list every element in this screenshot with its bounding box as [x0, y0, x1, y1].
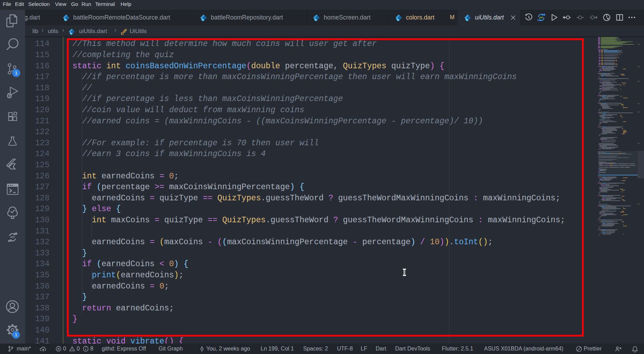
- svg-text:diff: diff: [539, 16, 543, 19]
- svg-text:diff: diff: [10, 236, 15, 239]
